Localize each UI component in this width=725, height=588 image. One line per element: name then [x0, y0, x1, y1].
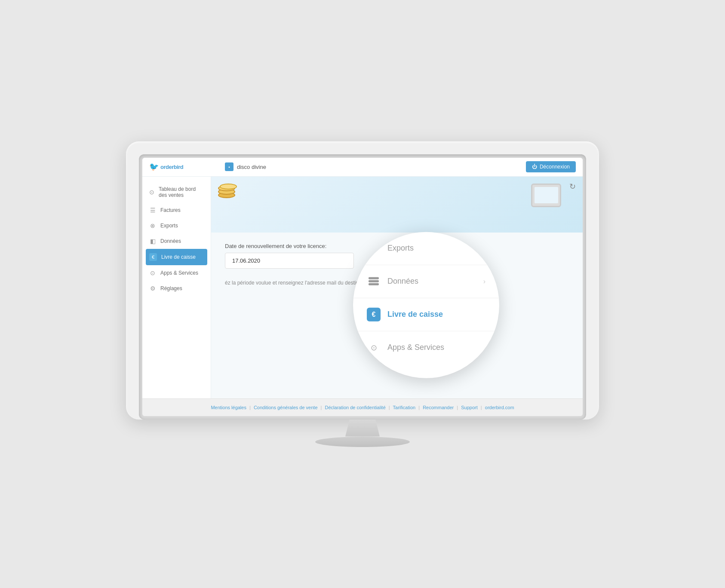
stand-base: [315, 437, 410, 447]
zoom-menu-overlay: ⊗ Exports ›: [353, 232, 499, 378]
power-icon: ⏻: [532, 164, 537, 170]
zoom-menu-label-livre: Livre de caisse: [387, 310, 485, 319]
sidebar-item-invoices[interactable]: ☰ Factures: [142, 202, 211, 218]
company-section: ▪ disco divine: [225, 162, 266, 171]
zoom-menu-item-data[interactable]: Données ›: [353, 265, 499, 298]
data-stack-icon: [367, 274, 381, 288]
top-bar: 🐦 orderbird ▪ disco divine ⏻ Déconnexion: [142, 158, 583, 177]
sidebar-label-livre: Livre de caisse: [161, 254, 196, 260]
sidebar-label-apps: Apps & Services: [160, 270, 198, 276]
logo-area: 🐦 orderbird: [149, 162, 218, 172]
sidebar-label-invoices: Factures: [160, 207, 181, 213]
company-name: disco divine: [237, 164, 266, 170]
footer-link-tarification[interactable]: Tarification: [393, 405, 416, 410]
footer-link-recommander[interactable]: Recommander: [423, 405, 454, 410]
sidebar-item-dashboard[interactable]: ⊙ Tableau de bord des ventes: [142, 182, 211, 203]
apps-icon: ⊙: [149, 270, 156, 276]
livre-icon: €: [149, 253, 157, 261]
footer-link-support[interactable]: Support: [461, 405, 478, 410]
zoom-menu-item-livre[interactable]: € Livre de caisse: [353, 298, 499, 331]
logo-bird-icon: 🐦: [149, 162, 159, 172]
zoom-menu-item-apps[interactable]: ⊙ Apps & Services: [353, 331, 499, 364]
invoices-icon: ☰: [149, 207, 156, 214]
sidebar-item-data[interactable]: ◧ Données: [142, 233, 211, 249]
sidebar: ⊙ Tableau de bord des ventes ☰ Factures …: [142, 177, 211, 398]
footer-link-mentions[interactable]: Mentions légales: [211, 405, 246, 410]
sidebar-label-settings: Réglages: [160, 285, 182, 291]
refresh-icon[interactable]: ↻: [569, 182, 576, 191]
content-area: ↻ Date de renouvellement de votre licenc…: [211, 177, 583, 398]
monitor: 🐦 orderbird ▪ disco divine ⏻ Déconnexion: [126, 141, 599, 447]
coins-decoration: [218, 184, 244, 209]
settings-icon: ⚙: [149, 285, 156, 292]
logout-label: Déconnexion: [540, 164, 570, 170]
footer-link-orderbird[interactable]: orderbird.com: [485, 405, 514, 410]
sidebar-item-exports[interactable]: ⊗ Exports: [142, 218, 211, 233]
sidebar-item-apps[interactable]: ⊙ Apps & Services: [142, 265, 211, 281]
footer-link-confidentialite[interactable]: Déclaration de confidentialité: [325, 405, 386, 410]
sidebar-label-exports: Exports: [160, 223, 178, 229]
data-icon: ◧: [149, 238, 156, 245]
apps-circle-icon: ⊙: [367, 340, 381, 354]
stand-neck: [341, 420, 384, 437]
exports-icon: ⊗: [149, 222, 156, 229]
logout-button[interactable]: ⏻ Déconnexion: [526, 161, 576, 172]
zoom-menu-label-data: Données: [387, 277, 476, 286]
data-chevron-icon: ›: [483, 277, 485, 285]
company-icon: ▪: [225, 162, 233, 171]
main-layout: ⊙ Tableau de bord des ventes ☰ Factures …: [142, 177, 583, 398]
monitor-stand: [315, 420, 410, 447]
tablet-decoration: [531, 184, 561, 207]
footer-link-conditions[interactable]: Conditions générales de vente: [254, 405, 318, 410]
license-date-box: 17.06.2020: [225, 253, 354, 269]
sidebar-item-settings[interactable]: ⚙ Réglages: [142, 281, 211, 296]
sidebar-item-livre[interactable]: € Livre de caisse: [146, 249, 207, 265]
license-date: 17.06.2020: [232, 257, 260, 264]
sidebar-label-data: Données: [160, 238, 181, 244]
logo-text: orderbird: [160, 164, 183, 170]
sidebar-label-dashboard: Tableau de bord des ventes: [159, 186, 204, 199]
livre-euro-icon: €: [367, 307, 381, 321]
hero-banner: ↻: [211, 177, 583, 233]
zoom-menu-label-exports: Exports: [387, 244, 476, 253]
zoom-menu-label-apps: Apps & Services: [387, 343, 485, 352]
footer: Mentions légales | Conditions générales …: [142, 398, 583, 416]
dashboard-icon: ⊙: [149, 189, 154, 196]
